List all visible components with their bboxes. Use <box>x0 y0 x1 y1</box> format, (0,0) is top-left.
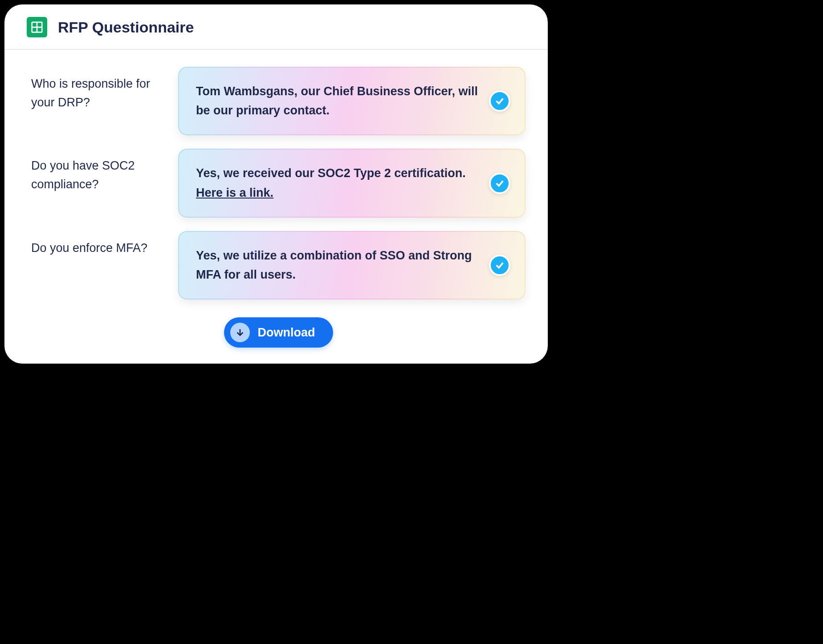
answer-content: Tom Wambsgans, our Chief Business Office… <box>196 85 478 117</box>
check-icon <box>489 90 510 112</box>
qa-row: Do you have SOC2 compliance? Yes, we rec… <box>31 149 526 217</box>
answer-box: Yes, we utilize a combination of SSO and… <box>178 231 526 300</box>
answer-box: Tom Wambsgans, our Chief Business Office… <box>178 67 526 135</box>
check-icon <box>489 255 510 276</box>
page-title: RFP Questionnaire <box>58 19 194 36</box>
answer-text: Yes, we utilize a combination of SSO and… <box>196 246 478 284</box>
answer-box: Yes, we received our SOC2 Type 2 certifi… <box>178 149 526 217</box>
answer-text: Yes, we received our SOC2 Type 2 certifi… <box>196 164 478 202</box>
qa-row: Do you enforce MFA? Yes, we utilize a co… <box>31 231 526 300</box>
check-icon <box>489 173 510 194</box>
qa-row: Who is responsible for your DRP? Tom Wam… <box>31 67 526 135</box>
download-container: Download <box>31 317 526 348</box>
download-arrow-icon <box>230 323 250 342</box>
download-button[interactable]: Download <box>224 317 333 348</box>
download-label: Download <box>258 326 315 340</box>
answer-link[interactable]: Here is a link. <box>196 186 273 199</box>
question-text: Do you enforce MFA? <box>31 231 160 258</box>
answer-content: Yes, we utilize a combination of SSO and… <box>196 249 472 281</box>
question-text: Who is responsible for your DRP? <box>31 67 160 112</box>
answer-content: Yes, we received our SOC2 Type 2 certifi… <box>196 166 466 180</box>
content-area: Who is responsible for your DRP? Tom Wam… <box>4 50 548 364</box>
header: RFP Questionnaire <box>4 4 548 50</box>
answer-text: Tom Wambsgans, our Chief Business Office… <box>196 82 478 120</box>
questionnaire-card: RFP Questionnaire Who is responsible for… <box>4 4 548 364</box>
question-text: Do you have SOC2 compliance? <box>31 149 160 194</box>
spreadsheet-icon <box>27 17 47 37</box>
